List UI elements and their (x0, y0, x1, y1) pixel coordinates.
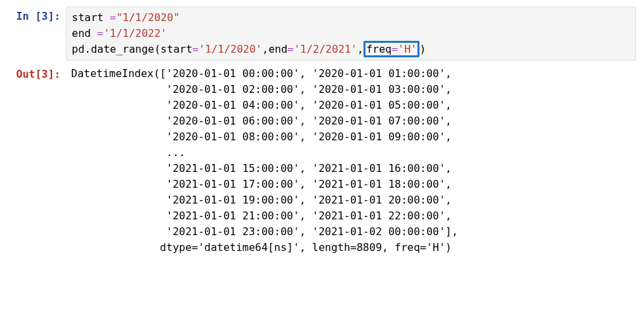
code-output: DatetimeIndex(['2020-01-01 00:00:00', '2… (66, 65, 636, 256)
code-operator: = (288, 43, 294, 55)
output-prompt: Out[3]: (8, 65, 66, 82)
code-token: freq (366, 43, 392, 55)
code-operator: = (392, 43, 398, 55)
code-string: '1/2/2021' (294, 43, 357, 55)
code-token: start (72, 11, 110, 24)
code-token: ) (419, 43, 426, 55)
code-operator: = (192, 43, 199, 55)
code-token: , (358, 43, 364, 55)
code-operator: = (110, 11, 117, 24)
input-cell: In [3]: start ="1/1/2020" end ='1/1/2022… (8, 7, 636, 61)
code-token: pd.date_range(start (72, 43, 192, 55)
code-operator: = (97, 27, 104, 40)
code-string: '1/1/2020' (199, 43, 262, 55)
output-cell: Out[3]: DatetimeIndex(['2020-01-01 00:00… (8, 65, 636, 256)
code-input[interactable]: start ="1/1/2020" end ='1/1/2022' pd.dat… (66, 7, 636, 61)
code-token: ,end (262, 43, 288, 55)
highlighted-argument: freq='H' (363, 41, 419, 57)
input-prompt: In [3]: (8, 7, 66, 24)
code-string: 'H' (398, 43, 417, 55)
code-string: "1/1/2020" (116, 11, 179, 24)
code-token: end (72, 27, 97, 40)
code-string: '1/1/2022' (103, 27, 167, 40)
